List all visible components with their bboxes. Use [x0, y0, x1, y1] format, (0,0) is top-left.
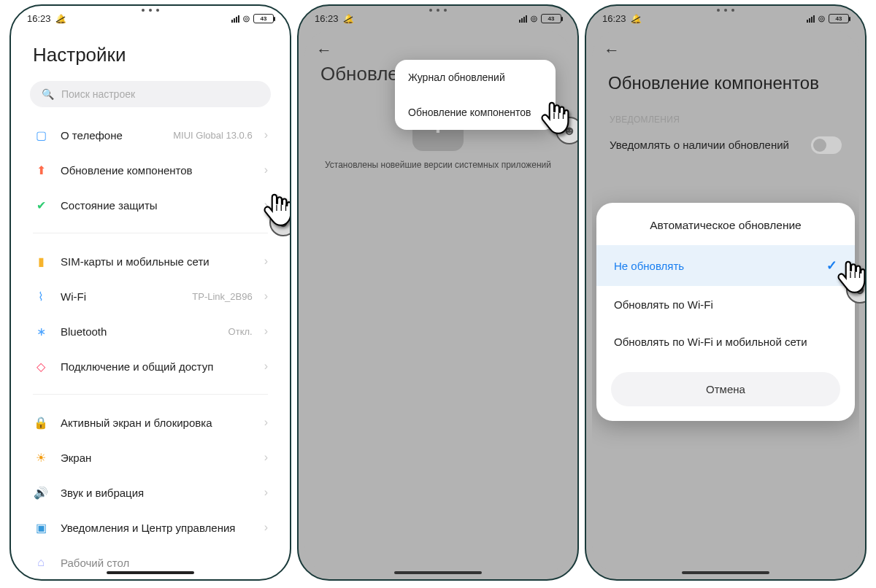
settings-item-display[interactable]: ☀ Экран › — [17, 440, 284, 475]
back-button[interactable]: ← — [592, 31, 859, 60]
setting-notify-updates[interactable]: Уведомлять о наличии обновлений — [592, 129, 859, 161]
mute-icon: 🔔 — [631, 14, 642, 24]
chevron-right-icon: › — [264, 521, 268, 534]
wifi-icon: ⌇ — [33, 288, 49, 304]
page-title: Настройки — [17, 31, 284, 74]
chevron-right-icon: › — [264, 486, 268, 499]
search-placeholder: Поиск настроек — [61, 88, 135, 100]
option-wifi-mobile[interactable]: Обновлять по Wi-Fi и мобильной сети — [596, 323, 855, 360]
battery-icon: 43 — [829, 14, 849, 23]
chevron-right-icon: › — [264, 255, 268, 268]
chevron-right-icon: › — [264, 163, 268, 177]
chevron-right-icon: › — [264, 198, 268, 212]
avatar-badge: ☻ — [269, 209, 291, 236]
page-title: Обновление компонентов — [592, 60, 859, 101]
wifi-status-icon: ⊚ — [242, 13, 250, 24]
clock: 16:23 — [315, 13, 339, 24]
sheet-title: Автоматическое обновление — [596, 203, 855, 245]
chevron-right-icon: › — [264, 325, 268, 338]
settings-item-sharing[interactable]: ◇ Подключение и общий доступ › — [17, 349, 284, 384]
sim-icon: ▮ — [33, 253, 49, 269]
wifi-status-icon: ⊚ — [818, 13, 826, 24]
overflow-menu: Журнал обновлений Обновление компонентов — [395, 60, 556, 130]
settings-item-sim[interactable]: ▮ SIM-карты и мобильные сети › — [17, 244, 284, 279]
arrow-up-icon: ⬆ — [33, 162, 49, 178]
shield-icon: ✔ — [33, 197, 49, 213]
back-button[interactable]: ← — [304, 31, 572, 60]
settings-item-bluetooth[interactable]: ∗ Bluetooth Откл. › — [17, 314, 284, 349]
mute-icon: 🔔 — [343, 14, 354, 24]
battery-icon: 43 — [541, 14, 561, 23]
clock: 16:23 — [27, 13, 51, 24]
sun-icon: ☀ — [33, 449, 49, 465]
home-icon: ⌂ — [33, 554, 49, 570]
mute-icon: 🔔 — [55, 14, 66, 24]
wifi-status-icon: ⊚ — [530, 13, 538, 24]
bluetooth-icon: ∗ — [33, 323, 49, 339]
settings-item-security-status[interactable]: ✔ Состояние защиты › — [17, 187, 284, 223]
settings-item-component-updates[interactable]: ⬆ Обновление компонентов › — [17, 152, 284, 187]
menu-item-component-update[interactable]: Обновление компонентов — [395, 95, 556, 130]
bell-icon: ▣ — [33, 519, 49, 535]
status-message: Установлены новейшие версии системных пр… — [304, 160, 572, 170]
settings-item-lockscreen[interactable]: 🔒 Активный экран и блокировка › — [17, 405, 284, 440]
clock: 16:23 — [602, 13, 626, 24]
check-icon: ✓ — [826, 258, 837, 274]
avatar-badge: ☻ — [556, 117, 579, 144]
chevron-right-icon: › — [264, 451, 268, 464]
settings-item-home[interactable]: ⌂ Рабочий стол — [17, 545, 284, 572]
chevron-right-icon: › — [264, 416, 268, 429]
settings-item-notifications[interactable]: ▣ Уведомления и Центр управления › — [17, 510, 284, 545]
phone-screen-1: 16:23 🔔 ⊚ 43 Настройки 🔍 Поиск настроек … — [9, 4, 291, 581]
signal-icon — [807, 15, 815, 23]
signal-icon — [519, 15, 527, 23]
settings-item-wifi[interactable]: ⌇ Wi-Fi TP-Link_2B96 › — [17, 279, 284, 314]
option-wifi[interactable]: Обновлять по Wi-Fi — [596, 286, 855, 323]
phone-icon: ▢ — [33, 127, 49, 143]
battery-icon: 43 — [253, 14, 274, 23]
search-input[interactable]: 🔍 Поиск настроек — [30, 81, 271, 107]
section-header: УВЕДОМЛЕНИЯ — [592, 101, 859, 129]
toggle-switch[interactable] — [811, 136, 842, 154]
option-no-update[interactable]: Не обновлять ✓ — [596, 245, 855, 286]
settings-item-about-phone[interactable]: ▢ О телефоне MIUI Global 13.0.6 › — [17, 117, 284, 152]
share-icon: ◇ — [33, 358, 49, 374]
lock-icon: 🔒 — [33, 414, 49, 430]
settings-item-sound[interactable]: 🔊 Звук и вибрация › — [17, 475, 284, 510]
cancel-button[interactable]: Отмена — [611, 372, 840, 406]
home-indicator[interactable] — [682, 571, 769, 574]
phone-screen-2: 16:23 🔔 ⊚ 43 ← Обновлен ! Установлены но… — [297, 4, 579, 581]
sound-icon: 🔊 — [33, 484, 49, 500]
home-indicator[interactable] — [107, 571, 194, 574]
search-icon: 🔍 — [42, 88, 54, 100]
signal-icon — [231, 15, 239, 23]
action-sheet: Автоматическое обновление Не обновлять ✓… — [596, 203, 855, 421]
phone-screen-3: 16:23 🔔 ⊚ 43 ← Обновление компонентов УВ… — [585, 4, 867, 581]
chevron-right-icon: › — [264, 360, 268, 373]
chevron-right-icon: › — [264, 290, 268, 303]
menu-item-changelog[interactable]: Журнал обновлений — [395, 60, 556, 95]
home-indicator[interactable] — [394, 571, 482, 574]
chevron-right-icon: › — [264, 128, 268, 142]
